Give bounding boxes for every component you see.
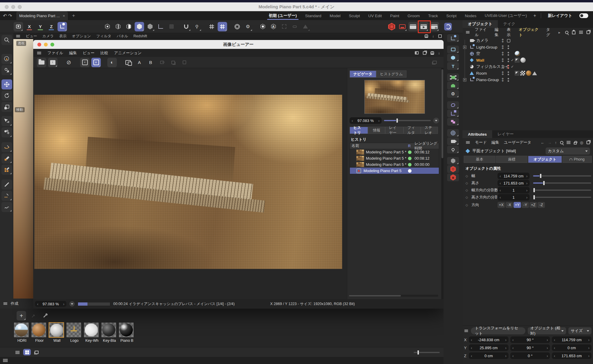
material-thumb-floor[interactable] (31, 322, 47, 338)
tab-filter[interactable]: フィルタ (404, 127, 421, 134)
light-object-icon[interactable] (447, 146, 459, 153)
tree-row-physical-sky[interactable]: フィジカルスカイ (463, 63, 593, 70)
rot-x-field[interactable]: 90 ° (510, 336, 550, 343)
close-tab-icon[interactable]: × (63, 14, 65, 18)
material-thumb-wall[interactable] (49, 322, 64, 338)
document-tab[interactable]: Modeling Piano Part ... × (16, 11, 68, 20)
redshift-light-icon[interactable]: ʘ (447, 165, 459, 173)
history-horizontal-scrollbar[interactable] (349, 295, 438, 297)
material-thumb-key-black[interactable] (101, 322, 117, 338)
quantize-grid-icon[interactable] (218, 22, 227, 31)
attr-lock-icon[interactable] (574, 142, 577, 145)
cube-primitive-icon[interactable] (447, 54, 459, 62)
viewer-vertical-scrollbar[interactable] (441, 68, 444, 299)
om-menu-tags[interactable]: タグ (546, 27, 554, 38)
attr-tab-phong[interactable]: Phong (562, 156, 592, 163)
om-menu-view[interactable]: 表示 (507, 27, 514, 38)
tree-row-sky[interactable]: 空 (463, 50, 593, 57)
layout-tab-model[interactable]: Model (326, 11, 345, 20)
pan-hand-icon[interactable] (431, 51, 434, 55)
orientation-plus-x[interactable]: +X (498, 202, 505, 208)
viewport-menu-display[interactable]: 表示 (59, 34, 66, 39)
viewport-menu-icon[interactable] (16, 35, 20, 37)
workplane-icon[interactable] (167, 22, 176, 31)
attr-menu-icon[interactable] (466, 141, 470, 144)
pos-x-field[interactable]: -248.838 cm (469, 336, 508, 343)
rot-z-field[interactable]: 0 ° (510, 352, 550, 359)
orientation-plus-y[interactable]: +Y (514, 202, 521, 208)
render-region-icon[interactable] (398, 22, 407, 31)
add-document-tab-icon[interactable]: + (72, 13, 75, 19)
height-slider[interactable] (533, 182, 591, 184)
navigator-zoom-field[interactable]: 97.083 % (350, 117, 382, 124)
preset-dropdown[interactable]: カスタム (546, 147, 590, 155)
redshift-camera-icon[interactable]: ▣ (447, 174, 459, 181)
tab-layer[interactable]: レイヤー (385, 127, 404, 134)
om-menu-file[interactable]: ファイル (475, 27, 490, 38)
axis-y-button[interactable]: Y (36, 22, 45, 31)
attr-menu-userdata[interactable]: ユーザーデータ (504, 140, 531, 145)
history-row[interactable]: Modeling Piano Part 5 * 00:00:00 (350, 161, 439, 168)
render-clip-icon[interactable] (408, 22, 418, 31)
size-z-field[interactable]: 171.653 cm (552, 352, 592, 359)
layout-tab-initial[interactable]: 初期 (ユーザー) (265, 11, 301, 20)
viewer-menu-view[interactable]: ビュー (83, 50, 95, 56)
orientation-minus-y[interactable]: -Y (522, 202, 529, 208)
om-filter-icon[interactable] (579, 31, 583, 31)
material-thumb-logo[interactable] (66, 322, 82, 338)
measure-icon[interactable] (301, 22, 310, 31)
material-grid-view-icon[interactable] (23, 349, 31, 355)
text-object-icon[interactable]: T (447, 62, 459, 70)
orientation-minus-x[interactable]: -X (506, 202, 513, 208)
tree-row-light-group[interactable]: + Light-Group (463, 44, 593, 50)
new-layout-button[interactable]: 新レイアウト (543, 11, 576, 20)
redshift-icon[interactable] (443, 22, 453, 31)
brush-tool-icon[interactable] (1, 179, 12, 190)
viewer-menu-file[interactable]: ファイル (47, 50, 63, 56)
history-row[interactable]: Modeling Piano Part 5 * 00:08:12 (350, 155, 439, 161)
material-size-slider[interactable] (414, 352, 440, 353)
layout-tab-groom[interactable]: Groom (404, 11, 424, 20)
ffd-deformer-icon[interactable] (447, 73, 459, 81)
sketch-pen-tool-icon[interactable] (1, 153, 12, 163)
viewport-menu-filter[interactable]: フィルタ (96, 34, 111, 39)
attr-filter-icon[interactable] (567, 141, 570, 142)
workplane-axis-icon[interactable] (156, 22, 165, 31)
redo-icon[interactable]: ↷ (8, 13, 12, 19)
layout-tab-sculpt[interactable]: Sculpt (345, 11, 364, 20)
cache-off-icon[interactable]: × (80, 58, 90, 67)
material-thumb-hdri[interactable] (14, 322, 29, 338)
line-pen-tool-icon[interactable] (1, 191, 12, 201)
height-segments-slider[interactable] (533, 197, 591, 198)
compare-swap-icon[interactable] (123, 58, 133, 67)
layout-tab-standard[interactable]: Standard (301, 11, 326, 20)
size-y-field[interactable]: 0 cm (552, 344, 592, 351)
material-list-view-icon[interactable] (14, 349, 21, 355)
points-mode-icon[interactable] (103, 22, 112, 31)
tree-row-piano-group[interactable]: + Piano-Group (463, 76, 593, 83)
add-material-icon[interactable]: + (17, 311, 26, 320)
sky-environment-icon[interactable] (447, 129, 459, 137)
history-row-selected[interactable]: Modeling Piano Part 5 (350, 168, 439, 174)
tab-history[interactable]: ヒストリ (350, 127, 368, 134)
tab-info[interactable]: 情報 (368, 127, 385, 134)
axis-z-button[interactable]: Z (47, 22, 56, 31)
selection-box-icon[interactable] (279, 22, 289, 31)
attr-target-icon[interactable]: ◎ (580, 140, 583, 145)
bottom-menu-icon[interactable] (3, 359, 8, 362)
history-row[interactable]: Modeling Piano Part 5 * 00:06:12 (350, 149, 439, 155)
texture-mode-icon[interactable] (145, 22, 155, 31)
attr-tab-basic[interactable]: 基本 (464, 156, 495, 163)
picture-viewer-titlebar[interactable]: 画像ビューアー (33, 40, 444, 49)
render-settings-icon[interactable] (430, 22, 439, 31)
apply-material-icon[interactable]: ↗ (28, 311, 38, 320)
render-view-icon[interactable] (387, 22, 396, 31)
layers-icon[interactable] (430, 58, 439, 67)
axis-x-button[interactable]: X (25, 22, 34, 31)
reset-transform-button[interactable]: トランスフォームをリセット (471, 327, 526, 334)
stop-render-icon[interactable]: ⊘ (64, 58, 74, 67)
coords-size-dropdown[interactable]: サイズ (568, 327, 592, 334)
metaball-icon[interactable] (447, 101, 459, 109)
tab-histogram[interactable]: ヒストグラム (376, 70, 407, 78)
attr-up-icon[interactable]: ↑ (555, 140, 557, 145)
